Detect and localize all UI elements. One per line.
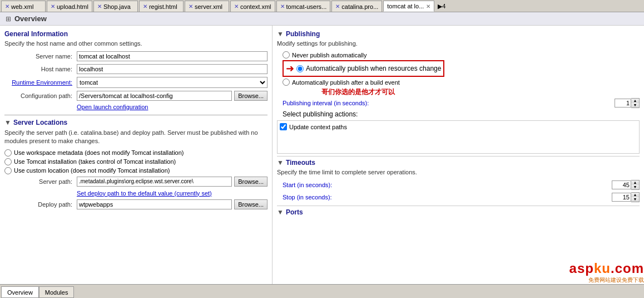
update-context-row: Update context paths [280,123,637,130]
open-launch-link[interactable]: Open launch configuration [77,104,267,110]
use-tomcat-radio[interactable] [4,158,12,165]
stop-down-button[interactable]: ▼ [631,197,639,202]
use-custom-radio-row: Use custom location (does not modify Tom… [4,167,267,174]
tab-catalina-pro[interactable]: ✕ catalina.pro... [331,1,382,12]
never-publish-label: Never publish automatically [292,52,367,58]
never-publish-row: Never publish automatically [283,51,640,58]
deploy-browse-button[interactable]: Browse... [234,199,267,209]
runtime-env-select[interactable]: tomcat [77,77,267,88]
use-workspace-radio[interactable] [4,149,12,157]
deploy-path-row: Deploy path: Browse... [4,199,267,209]
watermark-text: aspku.com [569,261,644,276]
watermark: aspku.com 免费网站建设免费下载 [569,261,644,284]
stop-spinner-buttons: ▲ ▼ [631,192,640,202]
general-info-section: General Information Specify the host nam… [4,30,267,110]
bottom-tab-modules[interactable]: Modules [39,286,75,298]
runtime-env-label[interactable]: Runtime Environment: [4,79,77,86]
overview-header: ⊞ Overview [0,12,644,26]
tab-close-icon[interactable]: ✕ [426,3,430,9]
host-name-row: Host name: [4,64,267,74]
tab-tomcat-users[interactable]: ✕ tomcat-users... [276,1,331,12]
auto-build-radio[interactable] [283,79,290,86]
deploy-link-container: Set deploy path to the default value (cu… [77,189,267,197]
file-icon: ✕ [143,3,147,9]
server-locations-header[interactable]: ▼ Server Locations [4,119,267,126]
auto-resources-radio[interactable] [296,65,304,72]
file-icon: ✕ [234,3,239,9]
stop-input[interactable] [612,193,631,202]
server-locations-desc: Specify the server path (i.e. catalina.b… [4,129,267,146]
tab-context-xml[interactable]: ✕ context.xml [230,1,275,12]
bottom-tabs: Overview Modules [0,284,644,298]
watermark-subtext: 免费网站建设免费下载 [569,276,644,284]
interval-up-button[interactable]: ▲ [631,99,639,103]
ports-title: Ports [286,208,303,216]
start-timeout-label: Start (in seconds): [283,182,610,188]
host-name-input[interactable] [77,64,267,74]
tab-regist-html[interactable]: ✕ regist.html [139,1,184,12]
start-down-button[interactable]: ▼ [631,185,639,189]
config-path-label: Configuration path: [4,92,77,99]
auto-publish-row: ➜ Automatically publish when resources c… [283,60,640,77]
publishing-title: Publishing [286,30,320,38]
use-tomcat-radio-row: Use Tomcat installation (takes control o… [4,158,267,165]
server-name-input[interactable] [77,51,267,61]
publishing-header[interactable]: ▼ Publishing [277,30,640,38]
deploy-path-input[interactable] [77,199,232,209]
bottom-tab-overview[interactable]: Overview [1,286,39,298]
tab-shop-java[interactable]: ✕ Shop.java [93,1,138,12]
start-input[interactable] [612,180,631,189]
server-path-label: Server path: [4,178,77,185]
tab-web-xml[interactable]: ✕ web.xml [1,1,46,12]
interval-row: Publishing interval (in seconds): ▲ ▼ [283,98,640,108]
server-locations-title: Server Locations [13,119,67,126]
interval-input[interactable] [615,99,631,108]
file-icon: ✕ [189,3,193,9]
start-up-button[interactable]: ▲ [631,180,639,185]
tab-upload-html[interactable]: ✕ upload.html [47,1,92,12]
file-icon: ✕ [51,3,55,9]
config-browse-button[interactable]: Browse... [234,91,267,101]
timeouts-section: ▼ Timeouts Specify the time limit to com… [277,159,640,202]
server-path-browse-button[interactable]: Browse... [234,177,267,187]
update-context-checkbox[interactable] [280,123,287,130]
start-spinner: ▲ ▼ [612,180,640,190]
server-name-label: Server name: [4,53,77,60]
general-info-title: General Information [4,30,267,38]
server-path-input[interactable] [77,177,232,187]
interval-down-button[interactable]: ▼ [631,103,639,108]
left-panel: General Information Specify the host nam… [0,26,273,284]
auto-build-label: Automatically publish after a build even… [292,79,400,86]
tab-tomcat-at-lo[interactable]: tomcat at lo... ✕ [383,1,434,12]
red-arrow-icon: ➜ [286,62,294,75]
auto-build-row: Automatically publish after a build even… [283,79,640,86]
timeouts-header[interactable]: ▼ Timeouts [277,159,640,167]
file-icon: ✕ [5,3,9,9]
use-tomcat-label: Use Tomcat installation (takes control o… [14,158,176,165]
stop-timeout-label: Stop (in seconds): [283,194,610,201]
ports-collapse-icon: ▼ [277,208,284,216]
use-workspace-label: Use workspace metadata (does not modify … [14,149,184,156]
tab-overflow[interactable]: ▶4 [435,1,448,12]
collapse-arrow-icon: ▼ [4,119,11,126]
config-path-input[interactable] [77,91,232,101]
update-context-label: Update context paths [289,124,347,130]
runtime-env-row: Runtime Environment: tomcat [4,77,267,88]
timeouts-collapse-icon: ▼ [277,159,284,167]
deploy-path-label: Deploy path: [4,201,77,208]
file-icon: ✕ [280,3,285,9]
use-custom-radio[interactable] [4,167,12,174]
use-custom-label: Use custom location (does not modify Tom… [14,167,170,174]
never-publish-radio[interactable] [283,51,290,58]
timeouts-title: Timeouts [286,159,315,167]
ports-header[interactable]: ▼ Ports [277,208,640,216]
tab-bar: ✕ web.xml ✕ upload.html ✕ Shop.java ✕ re… [0,0,644,12]
deploy-default-link[interactable]: Set deploy path to the default value (cu… [77,190,212,197]
chinese-annotation: 哥们你选的是他才才可以 [321,87,640,97]
actions-label: Select publishing actions: [283,110,640,118]
tab-server-xml[interactable]: ✕ server.xml [185,1,229,12]
config-path-row: Configuration path: Browse... [4,91,267,101]
overview-title: Overview [14,14,47,23]
overview-icon: ⊞ [6,15,11,23]
stop-up-button[interactable]: ▲ [631,193,639,197]
